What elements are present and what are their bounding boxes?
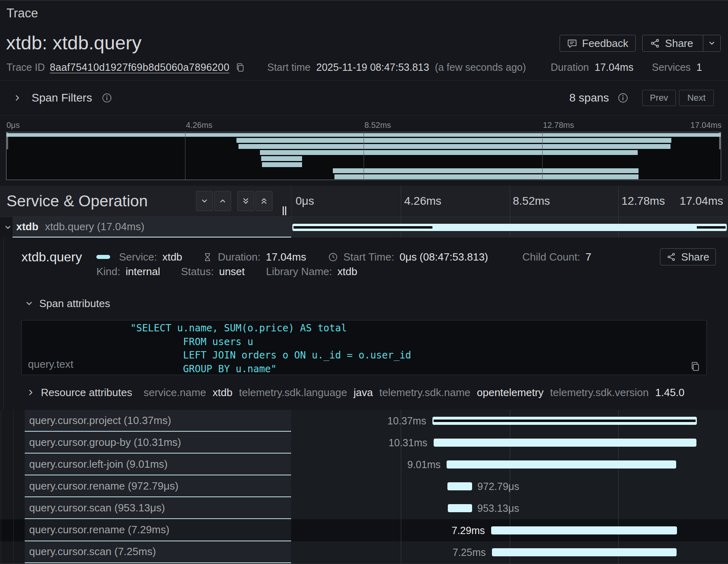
span-bar[interactable] <box>434 439 696 447</box>
info-icon <box>618 93 628 103</box>
row-indent <box>0 519 25 541</box>
timeline-gridline <box>401 475 401 497</box>
span-row[interactable]: query.cursor.rename (7.29ms)7.29ms <box>0 519 728 541</box>
span-filters-toggle[interactable]: Span Filters <box>13 81 112 115</box>
span-row[interactable]: query.cursor.scan (953.13μs)953.13μs <box>0 497 728 519</box>
collapse-children-caret[interactable] <box>4 223 12 231</box>
chevron-right-icon <box>13 94 21 102</box>
span-timeline-cell[interactable]: 10.31ms <box>291 432 728 454</box>
span-name: query.cursor.scan (953.13μs) <box>29 502 165 514</box>
span-name-cell[interactable]: query.cursor.scan (7.25ms) <box>25 541 291 563</box>
minimap-tick-label: 12.78ms <box>543 121 574 130</box>
next-button[interactable]: Next <box>679 90 714 106</box>
column-divider <box>291 186 292 237</box>
span-duration-label: 10.31ms <box>389 437 428 449</box>
expand-collapse-buttons <box>196 191 272 211</box>
resource-attribute-value: xtdb <box>213 386 232 399</box>
share-span-button[interactable]: Share <box>660 248 716 265</box>
double-chevron-down-icon <box>241 197 250 206</box>
column-resize-handle[interactable] <box>283 206 286 215</box>
span-timeline-cell[interactable]: 10.37ms <box>291 410 728 432</box>
chevron-down-icon <box>708 39 716 47</box>
row-indent <box>0 432 25 454</box>
copy-icon <box>235 62 245 72</box>
resource-attributes-list: service.namextdbtelemetry.sdk.languageja… <box>143 386 684 399</box>
span-timeline-cell[interactable]: 972.79μs <box>291 475 728 497</box>
detail-field: Library Name:xtdb <box>266 264 357 279</box>
span-name-cell[interactable]: query.cursor.rename (7.29ms) <box>25 519 291 541</box>
share-dropdown-button[interactable] <box>703 35 720 51</box>
resource-attributes-toggle[interactable] <box>27 388 35 396</box>
minimap-span-bar <box>261 156 302 161</box>
copy-attribute-button[interactable] <box>690 361 700 371</box>
chevron-right-icon <box>27 388 35 396</box>
span-detail-panel: xtdb.query Service:xtdbDuration:17.04msS… <box>0 237 728 410</box>
span-name-cell[interactable]: query.cursor.scan (953.13μs) <box>25 497 291 519</box>
timeline-header: Service & Operation 0μs4.26ms8.52ms12.78… <box>0 186 728 217</box>
span-attributes-table: query.text "SELECT u.name, SUM(o.price) … <box>21 320 707 375</box>
span-name-column: xtdb xtdb.query (17.04ms) <box>0 217 291 237</box>
resource-attributes-label: Resource attributes <box>41 386 132 399</box>
span-row[interactable]: query.cursor.rename (972.79μs)972.79μs <box>0 475 728 497</box>
page-title: xtdb: xtdb.query <box>6 32 141 54</box>
span-bar[interactable] <box>292 224 727 231</box>
trace-minimap[interactable] <box>6 132 721 180</box>
chevron-down-icon <box>200 197 209 206</box>
ruler-tick-label: 8.52ms <box>513 195 550 208</box>
span-name-cell[interactable]: query.cursor.project (10.37ms) <box>25 410 291 432</box>
resource-attributes-row: Resource attributes service.namextdbtele… <box>27 385 685 400</box>
span-attributes-toggle[interactable]: Span attributes <box>25 298 110 309</box>
span-name: query.cursor.rename (7.29ms) <box>29 524 169 536</box>
prev-button[interactable]: Prev <box>642 90 676 106</box>
expand-one-level-button[interactable] <box>196 191 213 211</box>
duration-value: 17.04ms <box>595 61 634 73</box>
minimap-gridline <box>542 132 543 180</box>
span-bar[interactable] <box>448 504 472 512</box>
span-bar[interactable] <box>447 460 676 469</box>
start-time-group: Start time 2025-11-19 08:47:53.813 (a fe… <box>267 60 526 74</box>
feedback-button[interactable]: Feedback <box>560 35 636 52</box>
attribute-key: query.text <box>28 358 73 371</box>
span-bar[interactable] <box>447 482 472 490</box>
collapse-one-level-button[interactable] <box>214 191 231 211</box>
span-row[interactable]: query.cursor.left-join (9.01ms)9.01ms <box>0 454 728 475</box>
resource-attribute-value: 1.45.0 <box>655 386 684 399</box>
span-name-cell[interactable]: query.cursor.left-join (9.01ms) <box>25 454 291 475</box>
span-row[interactable]: query.cursor.group-by (10.31ms)10.31ms <box>0 432 728 454</box>
span-duration-label: 953.13μs <box>477 503 519 514</box>
span-duration-label: 7.29ms <box>452 524 485 536</box>
span-detail-fields-2: Kind:internalStatus:unsetLibrary Name:xt… <box>0 264 728 279</box>
span-bar[interactable] <box>491 526 677 534</box>
copy-trace-id-button[interactable] <box>235 62 245 72</box>
ruler-tick-label: 17.04ms <box>680 195 723 208</box>
collapse-all-button[interactable] <box>255 191 272 211</box>
span-name-cell[interactable]: query.cursor.rename (972.79μs) <box>25 475 291 497</box>
trace-id-group: Trace ID 8aaf75410d1927f69b8d5060a789620… <box>6 60 245 74</box>
span-name-cell[interactable]: query.cursor.group-by (10.31ms) <box>25 432 291 454</box>
span-row[interactable]: query.cursor.project (10.37ms)10.37ms <box>0 410 728 432</box>
span-timeline-cell[interactable]: 953.13μs <box>291 497 728 519</box>
root-span-timeline-cell[interactable] <box>291 217 728 237</box>
field-label: Kind: <box>96 265 120 278</box>
span-row-root[interactable]: xtdb xtdb.query (17.04ms) <box>0 217 728 237</box>
span-bar[interactable] <box>432 417 697 425</box>
field-value: 17.04ms <box>266 251 307 263</box>
timeline-gridline <box>618 497 619 519</box>
root-span-name-cell[interactable]: xtdb xtdb.query (17.04ms) <box>13 217 291 237</box>
minimap-span-bar <box>333 168 639 173</box>
span-timeline-cell[interactable]: 7.29ms <box>291 519 728 541</box>
span-row[interactable]: query.cursor.scan (7.25ms)7.25ms <box>0 541 728 563</box>
share-button[interactable]: Share <box>643 35 703 51</box>
span-timeline-cell[interactable]: 9.01ms <box>291 454 728 475</box>
field-label: Library Name: <box>266 265 332 278</box>
start-time-ago: (a few seconds ago) <box>435 61 526 73</box>
row-indent <box>0 475 25 497</box>
root-span-service: xtdb <box>16 221 38 233</box>
services-group: Services 1 <box>652 60 702 74</box>
expand-all-button[interactable] <box>237 191 254 211</box>
copy-icon <box>690 361 700 371</box>
trace-id-value[interactable]: 8aaf75410d1927f69b8d5060a7896200 <box>50 61 230 73</box>
span-timeline-cell[interactable]: 7.25ms <box>291 541 728 563</box>
service-operation-header: Service & Operation <box>6 192 148 210</box>
span-bar[interactable] <box>492 548 677 556</box>
